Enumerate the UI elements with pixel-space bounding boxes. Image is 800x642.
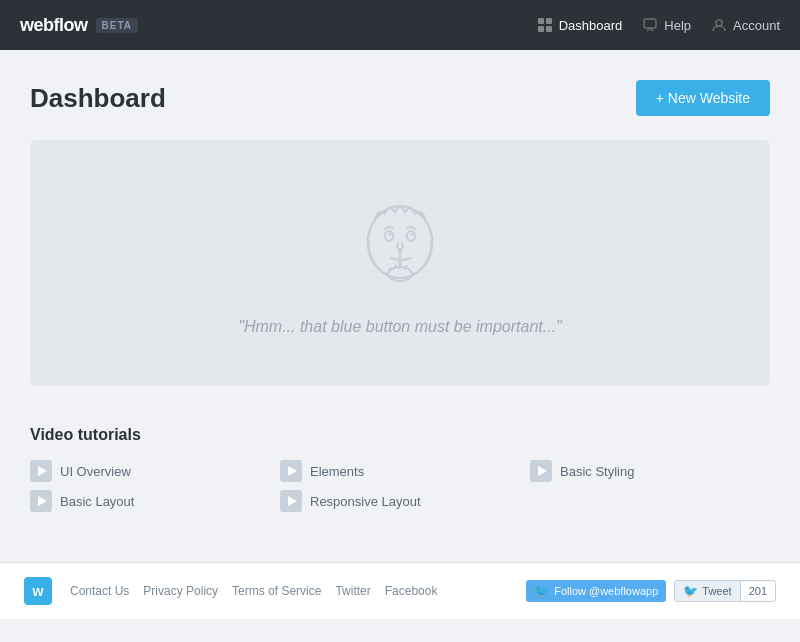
empty-state-card: "Hmm... that blue button must be importa… [30, 140, 770, 386]
play-icon-basic-styling [530, 460, 552, 482]
page-title: Dashboard [30, 83, 166, 114]
svg-point-11 [389, 233, 392, 236]
footer-terms-link[interactable]: Terms of Service [232, 584, 321, 598]
nav-dashboard[interactable]: Dashboard [537, 17, 623, 33]
tweet-button[interactable]: 🐦 Tweet 201 [674, 580, 776, 602]
thinking-face-illustration [345, 190, 455, 300]
footer-links: Contact Us Privacy Policy Terms of Servi… [70, 584, 437, 598]
footer-left: w Contact Us Privacy Policy Terms of Ser… [24, 577, 437, 605]
brand-logo: webflow [20, 15, 88, 36]
svg-point-10 [407, 231, 415, 241]
footer-right: 🐦 Follow @webflowapp 🐦 Tweet 201 [526, 580, 776, 602]
twitter-bird-icon: 🐦 [534, 584, 549, 598]
svg-rect-2 [538, 26, 544, 32]
tutorial-basic-styling-label: Basic Styling [560, 464, 634, 479]
follow-button-label: Follow @webflowapp [554, 585, 658, 597]
tutorial-basic-layout-label: Basic Layout [60, 494, 134, 509]
nav-help-label: Help [664, 18, 691, 33]
svg-rect-3 [546, 26, 552, 32]
footer-privacy-link[interactable]: Privacy Policy [143, 584, 218, 598]
svg-point-12 [411, 233, 414, 236]
svg-rect-0 [538, 18, 544, 24]
new-website-button[interactable]: + New Website [636, 80, 770, 116]
footer-twitter-link[interactable]: Twitter [335, 584, 370, 598]
nav-account[interactable]: Account [711, 17, 780, 33]
beta-badge: BETA [96, 18, 138, 33]
play-icon-ui-overview [30, 460, 52, 482]
play-icon-elements [280, 460, 302, 482]
tutorial-basic-styling[interactable]: Basic Styling [530, 460, 770, 482]
footer-facebook-link[interactable]: Facebook [385, 584, 438, 598]
tweet-label-text: Tweet [702, 585, 731, 597]
tutorial-elements[interactable]: Elements [280, 460, 520, 482]
tweet-count: 201 [741, 582, 775, 600]
play-icon-basic-layout [30, 490, 52, 512]
help-icon [642, 17, 658, 33]
tutorial-elements-label: Elements [310, 464, 364, 479]
dashboard-icon [537, 17, 553, 33]
footer-logo: w [24, 577, 52, 605]
svg-point-9 [385, 231, 393, 241]
svg-rect-4 [644, 19, 656, 28]
main-content: Dashboard + New Website [0, 50, 800, 552]
tutorials-grid: UI Overview Elements Basic Styling Basic… [30, 460, 770, 512]
svg-point-7 [716, 20, 722, 26]
svg-rect-1 [546, 18, 552, 24]
tutorial-responsive-layout[interactable]: Responsive Layout [280, 490, 520, 512]
navbar: webflow BETA Dashboard [0, 0, 800, 50]
tutorials-section: Video tutorials UI Overview Elements Bas… [30, 416, 770, 532]
empty-state-message: "Hmm... that blue button must be importa… [238, 318, 562, 336]
footer-contact-link[interactable]: Contact Us [70, 584, 129, 598]
account-icon [711, 17, 727, 33]
navbar-right: Dashboard Help Account [537, 17, 780, 33]
follow-twitter-button[interactable]: 🐦 Follow @webflowapp [526, 580, 666, 602]
nav-dashboard-label: Dashboard [559, 18, 623, 33]
nav-help[interactable]: Help [642, 17, 691, 33]
footer: w Contact Us Privacy Policy Terms of Ser… [0, 562, 800, 619]
tweet-label[interactable]: 🐦 Tweet [675, 581, 740, 601]
tutorial-ui-overview[interactable]: UI Overview [30, 460, 270, 482]
tutorial-responsive-layout-label: Responsive Layout [310, 494, 421, 509]
play-icon-responsive-layout [280, 490, 302, 512]
tutorial-ui-overview-label: UI Overview [60, 464, 131, 479]
dashboard-header: Dashboard + New Website [30, 80, 770, 116]
tutorials-title: Video tutorials [30, 426, 770, 444]
tutorial-basic-layout[interactable]: Basic Layout [30, 490, 270, 512]
nav-account-label: Account [733, 18, 780, 33]
navbar-left: webflow BETA [20, 15, 138, 36]
tweet-bird-icon: 🐦 [683, 584, 698, 598]
